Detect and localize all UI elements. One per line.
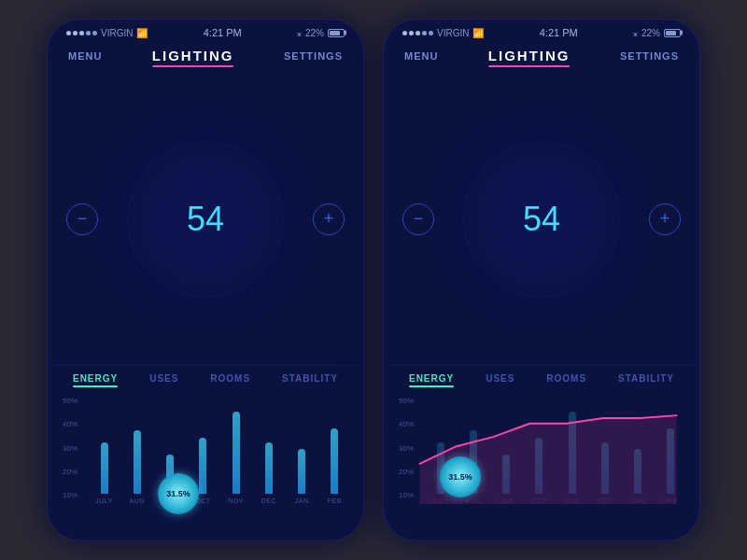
dial-wrapper-1: 54 (function(){ var svg = document.curre…	[121, 135, 289, 303]
dial-value-2: 54	[523, 200, 560, 239]
dot5	[92, 31, 97, 35]
bar-july	[101, 442, 108, 494]
bar-bg-group-feb: FEB	[657, 428, 684, 504]
menu-btn-1[interactable]: MENU	[68, 50, 102, 62]
dot3b	[416, 31, 420, 35]
plus-label-1: +	[324, 209, 334, 229]
bar-bg-nov	[569, 412, 576, 494]
status-right-1: ⁎ 22%	[297, 28, 345, 38]
bar-label-dec: DEC	[261, 497, 276, 504]
dot4	[86, 31, 91, 35]
dot1b	[402, 31, 407, 35]
y-50-1: 50%	[63, 397, 78, 405]
bar-bg-feb	[667, 428, 674, 494]
bar-label-nov: NOV	[228, 497, 244, 504]
bluetooth-icon-2: ⁎	[633, 28, 638, 38]
bar-feb	[331, 428, 338, 494]
dot2	[73, 31, 78, 35]
phones-container: VIRGIN 📶 4:21 PM ⁎ 22% MENU LIGHTING SET…	[47, 19, 700, 541]
plus-label-2: +	[660, 209, 670, 229]
battery-pct-1: 22%	[305, 28, 324, 38]
y-10-1: 10%	[63, 491, 78, 499]
bar-group-dec: DEC	[255, 442, 282, 504]
y-labels-2: 50% 40% 30% 20% 10%	[399, 397, 414, 499]
bar-jan	[298, 449, 305, 494]
tab-stability-2[interactable]: STABILITY	[618, 373, 674, 387]
bar-group-feb: FEB	[321, 428, 348, 504]
dial-area-1: − 54 (function(){ var svg = document.cur…	[48, 73, 363, 365]
tabs-2: ENERGY USES ROOMS STABILITY	[384, 365, 699, 391]
dial-wrapper-2: 54 (function(){ var svg = document.curre…	[458, 135, 626, 303]
bar-bg-label-jan: JAN	[631, 497, 645, 504]
settings-btn-2[interactable]: SETTINGS	[620, 50, 679, 62]
tab-rooms-2[interactable]: ROOMS	[546, 373, 586, 387]
y-10-2: 10%	[399, 491, 414, 499]
bar-bg-label-feb: FEB	[664, 497, 678, 504]
bar-label-jan: JAN	[295, 497, 309, 504]
bar-bg-label-aug: AUG	[466, 497, 482, 504]
signal-dots-2	[402, 31, 433, 35]
bubble-2: 31.5%	[440, 456, 481, 497]
nav-bar-1: MENU LIGHTING SETTINGS	[48, 42, 363, 73]
time-2: 4:21 PM	[540, 27, 578, 38]
bar-label-aug: AUG	[130, 497, 146, 504]
minus-label-2: −	[414, 209, 424, 229]
chart-area-2: 50% 40% 30% 20% 10% JULYAUGSEPOCTNOVDECJ…	[384, 391, 699, 540]
bubble-value-1: 31.5%	[166, 489, 190, 498]
bar-group-july: JULY	[91, 442, 118, 504]
bar-bg-label-july: JULY	[431, 497, 449, 504]
dot3	[79, 31, 84, 35]
nav-bar-2: MENU LIGHTING SETTINGS	[384, 42, 699, 73]
y-30-2: 30%	[399, 444, 414, 453]
bar-oct	[199, 438, 206, 494]
tab-uses-1[interactable]: USES	[149, 373, 178, 387]
tab-rooms-1[interactable]: ROOMS	[210, 373, 250, 387]
plus-btn-2[interactable]: +	[649, 203, 681, 235]
bar-group-jan: JAN	[289, 449, 316, 504]
y-50-2: 50%	[399, 397, 414, 405]
bar-bg-group-oct: OCT	[526, 438, 553, 504]
wifi-icon-2: 📶	[472, 28, 484, 38]
dial-value-1: 54	[187, 200, 224, 239]
dial-area-2: − 54 (function(){ var svg = document.cur…	[384, 73, 699, 365]
minus-btn-2[interactable]: −	[402, 203, 434, 235]
bar-bg-group-nov: NOV	[558, 412, 585, 504]
bluetooth-icon-1: ⁎	[297, 28, 302, 38]
bar-group-nov: NOV	[222, 412, 249, 504]
nav-title-1: LIGHTING	[152, 48, 234, 63]
tab-stability-1[interactable]: STABILITY	[282, 373, 338, 387]
y-20-1: 20%	[63, 468, 78, 476]
wifi-icon-1: 📶	[136, 28, 148, 38]
settings-btn-1[interactable]: SETTINGS	[284, 50, 343, 62]
phone-1: VIRGIN 📶 4:21 PM ⁎ 22% MENU LIGHTING SET…	[47, 19, 364, 541]
y-30-1: 30%	[63, 444, 78, 453]
y-20-2: 20%	[399, 468, 414, 476]
bar-bg-jan	[634, 449, 641, 494]
y-40-2: 40%	[399, 420, 414, 428]
bar-label-feb: FEB	[328, 497, 342, 504]
bar-bg-label-oct: OCT	[531, 497, 546, 504]
bar-bg-label-nov: NOV	[564, 497, 580, 504]
nav-title-2: LIGHTING	[488, 48, 571, 63]
bar-group-aug: AUG	[123, 430, 150, 504]
dot4b	[422, 31, 427, 35]
minus-label-1: −	[78, 209, 88, 229]
bar-label-july: JULY	[95, 497, 113, 504]
tab-energy-1[interactable]: ENERGY	[73, 373, 118, 387]
status-left-2: VIRGIN 📶	[402, 28, 484, 38]
tab-uses-2[interactable]: USES	[486, 373, 514, 387]
y-labels-1: 50% 40% 30% 20% 10%	[63, 397, 78, 499]
carrier-1: VIRGIN	[101, 28, 133, 38]
bar-nov	[233, 412, 240, 494]
minus-btn-1[interactable]: −	[66, 203, 98, 235]
bar-bg-group-sep: SEP	[493, 455, 520, 504]
bar-bg-group-dec: DEC	[591, 442, 618, 504]
chart-area-1: 50% 40% 30% 20% 10% JULYAUGSEPOCTNOVDECJ…	[48, 391, 363, 540]
menu-btn-2[interactable]: MENU	[404, 50, 438, 62]
plus-btn-1[interactable]: +	[313, 203, 345, 235]
tab-energy-2[interactable]: ENERGY	[409, 373, 454, 387]
status-left-1: VIRGIN 📶	[66, 28, 148, 38]
bar-dec	[265, 442, 273, 494]
status-right-2: ⁎ 22%	[633, 28, 681, 38]
dot1	[66, 31, 71, 35]
